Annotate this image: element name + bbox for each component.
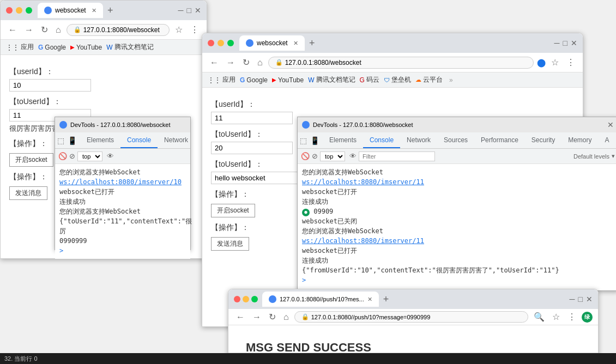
tab-close-2[interactable]: ✕ <box>293 40 298 47</box>
bookmark-apps-1[interactable]: ⋮⋮ 应用 <box>6 43 34 52</box>
reload-btn-2[interactable]: ↻ <box>240 56 252 69</box>
forward-btn-3[interactable]: → <box>250 311 263 323</box>
bookmark-youtube-1[interactable]: ▶ YouTube <box>70 44 102 51</box>
min-btn-1[interactable] <box>16 7 22 14</box>
filter-input-2[interactable] <box>359 151 435 161</box>
devtools-tab-console-1[interactable]: Console <box>120 133 158 148</box>
bookmark-tencent-2[interactable]: W 腾讯文档笔记 <box>308 75 355 84</box>
bookmark-cloud-2[interactable]: ☁ 云平台 <box>415 75 443 84</box>
console-link-2-7[interactable]: ws://localhost:8080/imserver/11 <box>302 237 424 245</box>
devtools-device-icon-2[interactable]: 📱 <box>310 136 319 145</box>
userid-input-2[interactable] <box>211 112 293 124</box>
tab-active-3[interactable]: 127.0.0.1:8080//push/10?mes... ✕ <box>262 292 379 307</box>
close-btn-1[interactable] <box>6 7 13 14</box>
close-btn-2[interactable] <box>208 40 214 46</box>
forward-btn-1[interactable]: → <box>22 24 35 36</box>
userid-input-1[interactable] <box>9 79 91 92</box>
devtools-tab-more-2[interactable]: A <box>599 133 616 148</box>
devtools-inspect-icon-1[interactable]: ⬚ <box>57 136 64 145</box>
context-select-1[interactable]: top <box>77 151 102 161</box>
bookmark-tencent-1[interactable]: W 腾讯文档笔记 <box>106 43 153 52</box>
maximize-icon-2[interactable]: □ <box>563 39 567 47</box>
new-tab-btn-1[interactable]: + <box>105 5 116 16</box>
devtools-close-2[interactable]: ✕ <box>607 120 614 129</box>
bookmark-bastion-2[interactable]: 🛡 堡垒机 <box>384 75 411 84</box>
default-levels-label[interactable]: Default levels <box>573 153 609 160</box>
home-btn-2[interactable]: ⌂ <box>255 57 265 69</box>
home-btn-1[interactable]: ⌂ <box>53 24 63 36</box>
address-bar-1[interactable]: 🔒 127.0.0.1:8080/websocket <box>67 24 170 36</box>
bookmark-youtube-2[interactable]: ▶ YouTube <box>272 76 304 84</box>
clear-icon-2[interactable]: 🚫 <box>301 152 310 160</box>
search-icon-3[interactable]: 🔍 <box>532 311 547 323</box>
home-btn-3[interactable]: ⌂ <box>281 311 291 323</box>
devtools-tab-security-2[interactable]: Security <box>525 133 561 148</box>
send-msg-btn-1[interactable]: 发送消息 <box>9 186 47 200</box>
devtools-tab-network-2[interactable]: Network <box>400 133 437 148</box>
minimize-icon-3[interactable]: ─ <box>570 295 575 304</box>
minimize-icon-2[interactable]: ─ <box>554 39 560 47</box>
devtools-inspect-icon-2[interactable]: ⬚ <box>300 136 307 145</box>
back-btn-1[interactable]: ← <box>6 24 19 36</box>
reload-btn-3[interactable]: ↻ <box>267 311 278 323</box>
window-close-icon-2[interactable]: ✕ <box>571 39 577 47</box>
console-link-1-1[interactable]: ws://localhost:8080/imserver/10 <box>59 178 182 186</box>
min-btn-2[interactable] <box>218 40 224 46</box>
forward-btn-2[interactable]: → <box>224 57 237 69</box>
min-btn-3[interactable] <box>243 296 249 302</box>
menu-btn-1[interactable]: ⋮ <box>188 23 201 36</box>
eye-icon-1[interactable]: 👁 <box>107 152 114 160</box>
close-btn-3[interactable] <box>234 296 240 302</box>
devtools-tab-sources-2[interactable]: Sources <box>437 133 474 148</box>
bookmark-star-2[interactable]: ☆ <box>549 56 561 69</box>
bookmark-gitee-2[interactable]: G 码云 <box>360 75 379 84</box>
window-close-icon-3[interactable]: ✕ <box>586 295 593 304</box>
address-bar-3[interactable]: 🔒 127.0.0.1:8080//push/10?message=099099… <box>294 311 528 323</box>
levels-arrow[interactable]: ▾ <box>612 153 615 160</box>
back-btn-3[interactable]: ← <box>234 311 247 323</box>
clear-icon-1[interactable]: 🚫 <box>58 152 67 160</box>
open-socket-btn-1[interactable]: 开启socket <box>9 153 53 167</box>
devtools-tab-performance-2[interactable]: Performance <box>474 133 525 148</box>
bookmark-star-1[interactable]: ☆ <box>173 23 185 36</box>
max-btn-2[interactable] <box>227 40 234 46</box>
bookmark-apps-2[interactable]: ⋮⋮ 应用 <box>208 75 235 84</box>
devtools-tab-network-1[interactable]: Network <box>158 133 195 148</box>
devtools-device-icon-1[interactable]: 📱 <box>68 136 77 145</box>
devtools-tab-memory-2[interactable]: Memory <box>561 133 598 148</box>
tab-close-3[interactable]: ✕ <box>367 296 372 303</box>
window-close-icon[interactable]: ✕ <box>195 6 201 15</box>
send-msg-btn-2[interactable]: 发送消息 <box>211 237 249 251</box>
devtools-tab-elements-2[interactable]: Elements <box>323 133 363 148</box>
console-link-2-1[interactable]: ws://localhost:8080/imserver/11 <box>302 178 424 186</box>
new-tab-btn-2[interactable]: + <box>307 38 317 49</box>
menu-btn-2[interactable]: ⋮ <box>564 56 577 69</box>
back-btn-2[interactable]: ← <box>208 57 221 69</box>
maximize-icon-3[interactable]: □ <box>578 295 583 304</box>
touserid2-input-2[interactable] <box>211 172 309 184</box>
eye-icon-2[interactable]: 👁 <box>349 152 357 160</box>
context-select-2[interactable]: top <box>320 151 345 161</box>
open-socket-btn-2[interactable]: 开启socket <box>211 204 255 217</box>
address-bar-2[interactable]: 🔒 127.0.0.1:8080/websocket <box>268 57 534 69</box>
new-tab-btn-3[interactable]: + <box>381 294 391 305</box>
bookmark-star-3[interactable]: ☆ <box>550 311 562 323</box>
devtools-tab-console-2[interactable]: Console <box>363 133 400 148</box>
bookmark-google-1[interactable]: G Google <box>38 44 66 51</box>
tab-active-2[interactable]: websocket ✕ <box>239 35 305 51</box>
maximize-icon[interactable]: □ <box>187 6 191 15</box>
tab-close-1[interactable]: ✕ <box>92 7 96 14</box>
reload-btn-1[interactable]: ↻ <box>39 23 50 36</box>
filter-icon-2[interactable]: ⊘ <box>312 152 318 160</box>
touserid-input-2[interactable] <box>211 142 293 154</box>
bookmarks-overflow-2[interactable]: » <box>449 76 453 84</box>
titlebar-3: 127.0.0.1:8080//push/10?mes... ✕ + ─ □ ✕ <box>228 289 598 309</box>
tab-active-1[interactable]: websocket ✕ <box>38 3 103 18</box>
max-btn-1[interactable] <box>26 7 32 14</box>
max-btn-3[interactable] <box>251 296 258 302</box>
devtools-tab-elements-1[interactable]: Elements <box>80 133 120 148</box>
filter-icon-1[interactable]: ⊘ <box>69 152 75 160</box>
bookmark-google-2[interactable]: G Google <box>240 76 268 84</box>
menu-btn-3[interactable]: ⋮ <box>565 311 578 323</box>
minimize-icon[interactable]: ─ <box>178 6 184 15</box>
